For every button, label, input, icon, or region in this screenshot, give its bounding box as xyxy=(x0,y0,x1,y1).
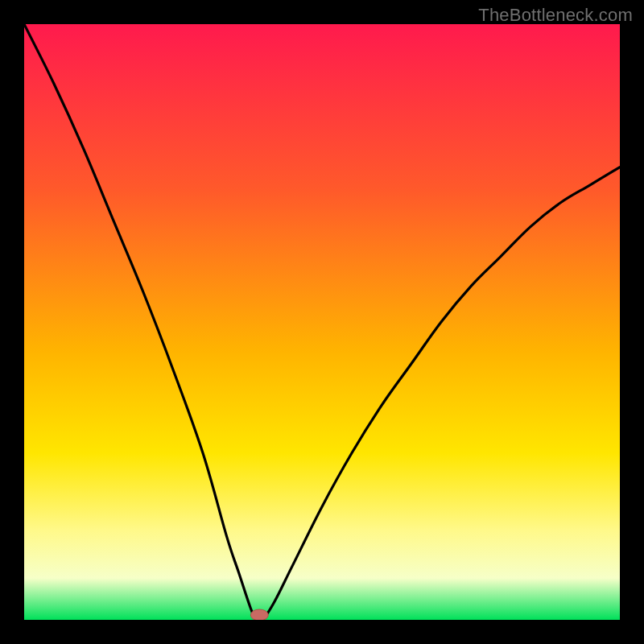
plot-svg xyxy=(24,24,620,620)
watermark-text: TheBottleneck.com xyxy=(478,5,633,26)
bottleneck-marker xyxy=(250,609,268,620)
gradient-background xyxy=(24,24,620,620)
chart-frame: TheBottleneck.com xyxy=(0,0,644,644)
plot-area xyxy=(24,24,620,620)
